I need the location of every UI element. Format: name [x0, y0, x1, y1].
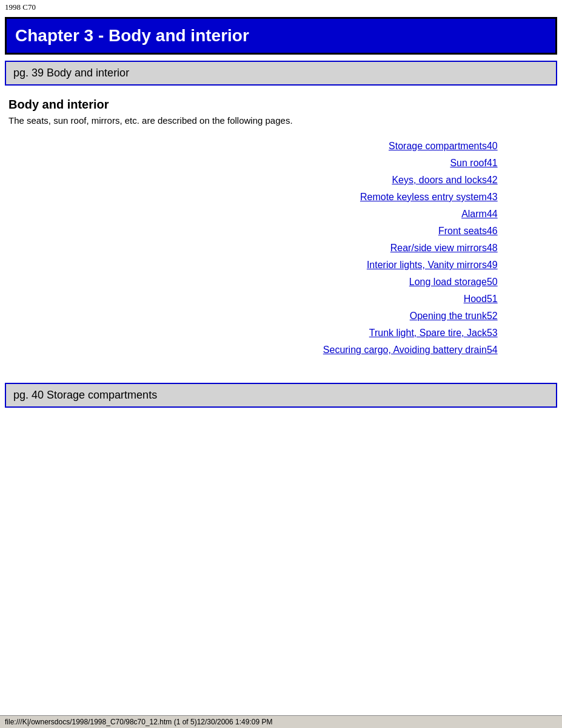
page-header-box-2: pg. 40 Storage compartments [5, 383, 557, 408]
toc-row: Sun roof41 [8, 155, 554, 172]
toc-row: Alarm44 [8, 206, 554, 223]
toc-row: Remote keyless entry system43 [8, 189, 554, 206]
toc-link-label[interactable]: Long load storage [409, 277, 487, 287]
toc-row: Storage compartments40 [8, 138, 554, 155]
toc-page-cell: 46 [487, 223, 554, 240]
toc-label-cell: Sun roof [8, 155, 487, 172]
toc-page-cell: 53 [487, 325, 554, 342]
toc-link-label[interactable]: Alarm [461, 209, 487, 219]
toc-label-cell: Securing cargo, Avoiding battery drain [8, 342, 487, 359]
toc-link-page[interactable]: 51 [487, 294, 498, 304]
page-header-1-label: pg. 39 Body and interior [13, 67, 129, 79]
toc-link-label[interactable]: Sun roof [450, 158, 486, 168]
toc-label-cell: Storage compartments [8, 138, 487, 155]
toc-page-cell: 40 [487, 138, 554, 155]
toc-link-page[interactable]: 53 [487, 328, 498, 338]
toc-page-cell: 48 [487, 240, 554, 257]
toc-page-cell: 50 [487, 274, 554, 291]
toc-link-page[interactable]: 52 [487, 311, 498, 321]
toc-row: Long load storage50 [8, 274, 554, 291]
toc-row: Keys, doors and locks42 [8, 172, 554, 189]
toc-label-cell: Hood [8, 291, 487, 308]
toc-label-cell: Long load storage [8, 274, 487, 291]
table-of-contents: Storage compartments40Sun roof41Keys, do… [8, 138, 554, 359]
section-title: Body and interior [8, 98, 554, 112]
toc-link-label[interactable]: Keys, doors and locks [392, 175, 487, 185]
toc-link-page[interactable]: 49 [487, 260, 498, 270]
toc-page-cell: 52 [487, 308, 554, 325]
toc-link-page[interactable]: 40 [487, 141, 498, 151]
toc-label-cell: Front seats [8, 223, 487, 240]
toc-row: Trunk light, Spare tire, Jack53 [8, 325, 554, 342]
toc-page-cell: 43 [487, 189, 554, 206]
toc-row: Securing cargo, Avoiding battery drain54 [8, 342, 554, 359]
toc-link-page[interactable]: 48 [487, 243, 498, 253]
toc-label-cell: Opening the trunk [8, 308, 487, 325]
toc-link-page[interactable]: 50 [487, 277, 498, 287]
toc-link-page[interactable]: 54 [487, 345, 498, 355]
toc-label-cell: Rear/side view mirrors [8, 240, 487, 257]
toc-page-cell: 41 [487, 155, 554, 172]
toc-link-label[interactable]: Interior lights, Vanity mirrors [367, 260, 487, 270]
toc-page-cell: 44 [487, 206, 554, 223]
main-content: Body and interior The seats, sun roof, m… [0, 92, 562, 377]
toc-link-label[interactable]: Rear/side view mirrors [390, 243, 487, 253]
chapter-header-box: Chapter 3 - Body and interior [5, 17, 557, 55]
toc-label-cell: Alarm [8, 206, 487, 223]
toc-link-label[interactable]: Remote keyless entry system [360, 192, 487, 202]
status-bar: file:///K|/ownersdocs/1998/1998_C70/98c7… [0, 715, 562, 728]
section-description: The seats, sun roof, mirrors, etc. are d… [8, 115, 554, 126]
toc-row: Opening the trunk52 [8, 308, 554, 325]
toc-link-label[interactable]: Front seats [438, 226, 487, 236]
toc-link-page[interactable]: 46 [487, 226, 498, 236]
toc-label-cell: Keys, doors and locks [8, 172, 487, 189]
top-bar: 1998 C70 [0, 0, 562, 15]
chapter-title: Chapter 3 - Body and interior [15, 26, 547, 46]
page-header-2-label: pg. 40 Storage compartments [13, 389, 157, 401]
toc-link-page[interactable]: 41 [487, 158, 498, 168]
toc-row: Rear/side view mirrors48 [8, 240, 554, 257]
status-bar-text: file:///K|/ownersdocs/1998/1998_C70/98c7… [5, 718, 272, 726]
toc-link-page[interactable]: 43 [487, 192, 498, 202]
toc-link-page[interactable]: 42 [487, 175, 498, 185]
toc-link-label[interactable]: Securing cargo, Avoiding battery drain [323, 345, 487, 355]
toc-label-cell: Remote keyless entry system [8, 189, 487, 206]
toc-page-cell: 54 [487, 342, 554, 359]
toc-link-label[interactable]: Hood [464, 294, 487, 304]
toc-link-label[interactable]: Storage compartments [389, 141, 487, 151]
toc-link-label[interactable]: Trunk light, Spare tire, Jack [369, 328, 487, 338]
document-title: 1998 C70 [5, 2, 36, 12]
toc-link-label[interactable]: Opening the trunk [410, 311, 487, 321]
page-header-box-1: pg. 39 Body and interior [5, 61, 557, 86]
toc-label-cell: Trunk light, Spare tire, Jack [8, 325, 487, 342]
toc-row: Front seats46 [8, 223, 554, 240]
toc-page-cell: 49 [487, 257, 554, 274]
toc-row: Interior lights, Vanity mirrors49 [8, 257, 554, 274]
toc-row: Hood51 [8, 291, 554, 308]
toc-page-cell: 51 [487, 291, 554, 308]
toc-label-cell: Interior lights, Vanity mirrors [8, 257, 487, 274]
toc-link-page[interactable]: 44 [487, 209, 498, 219]
toc-page-cell: 42 [487, 172, 554, 189]
